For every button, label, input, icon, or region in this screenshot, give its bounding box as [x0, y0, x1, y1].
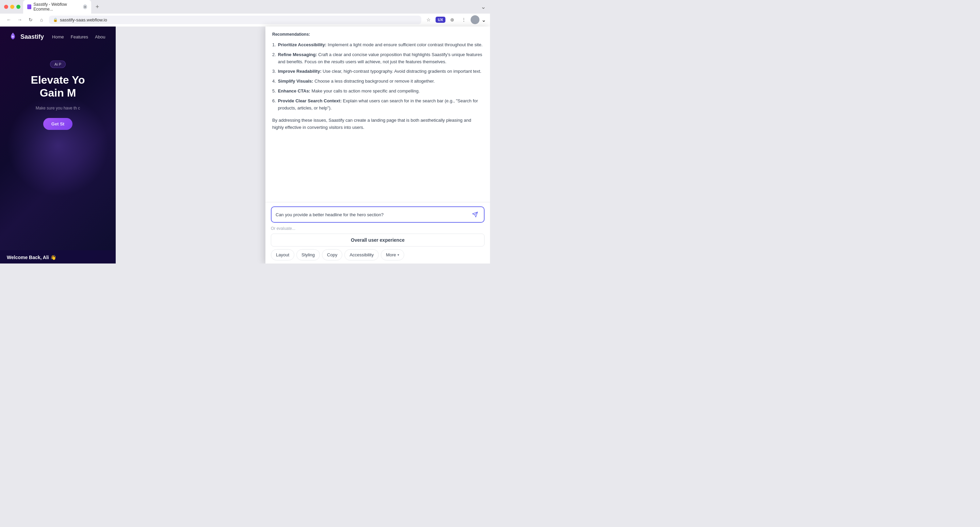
- recommendation-2: 2. Refine Messaging: Craft a clear and c…: [272, 50, 483, 67]
- logo-text: Saastify: [21, 33, 44, 40]
- tab-title: Sasstify - Webflow Ecomme...: [33, 2, 81, 11]
- welcome-bar: Welcome Back, Ali 👋: [0, 250, 116, 264]
- rec-5-bold: Enhance CTAs:: [278, 88, 310, 94]
- tab-bar: Sasstify - Webflow Ecomme... ✕ +: [23, 0, 478, 14]
- address-bar[interactable]: 🔒 sasstify-saas.webflow.io: [49, 16, 421, 24]
- ai-panel: Recommendations: 1. Prioritize Accessibi…: [266, 27, 490, 264]
- rec-3-bold: Improve Readability:: [278, 69, 321, 74]
- site-logo: Saastify: [8, 32, 44, 41]
- chat-input-wrapper[interactable]: [271, 206, 485, 223]
- rec-2-bold: Refine Messaging:: [278, 52, 317, 57]
- recommendations-list: 1. Prioritize Accessibility: Implement a…: [272, 40, 483, 113]
- panel-content: Recommendations: 1. Prioritize Accessibi…: [266, 27, 490, 202]
- profile-dropdown[interactable]: ⌄: [482, 17, 486, 23]
- nav-features[interactable]: Features: [71, 34, 88, 40]
- or-evaluate-label: Or evaluate...: [271, 226, 485, 231]
- recommendation-4: 4. Simplify Visuals: Choose a less distr…: [272, 76, 483, 86]
- layout-button[interactable]: Layout: [271, 249, 294, 260]
- website-nav: Saastify Home Features Abou: [0, 27, 116, 47]
- extension-button[interactable]: ⊕: [447, 15, 457, 24]
- active-tab[interactable]: Sasstify - Webflow Ecomme... ✕: [23, 0, 91, 14]
- window-controls[interactable]: ⌄: [481, 3, 486, 11]
- recommendation-6: 6. Provide Clear Search Context: Explain…: [272, 96, 483, 113]
- hero-badge: Ai P: [50, 60, 66, 68]
- hero-title-line2: Gain M: [40, 87, 76, 99]
- more-label: More: [386, 252, 396, 257]
- close-button[interactable]: [4, 5, 8, 9]
- address-bar-row: ← → ↻ ⌂ 🔒 sasstify-saas.webflow.io ☆ UX …: [0, 14, 490, 27]
- browser-chrome: Sasstify - Webflow Ecomme... ✕ + ⌄ ← → ↻…: [0, 0, 490, 27]
- logo-icon: [8, 32, 18, 41]
- recommendation-3: 3. Improve Readability: Use clear, high-…: [272, 67, 483, 76]
- svg-point-0: [12, 36, 14, 38]
- rec-1-text: Implement a light mode and ensure suffic…: [328, 42, 482, 47]
- nav-about[interactable]: Abou: [95, 34, 105, 40]
- more-button[interactable]: More ▾: [381, 249, 404, 260]
- lock-icon: 🔒: [53, 17, 58, 22]
- copy-button[interactable]: Copy: [322, 249, 342, 260]
- recommendations-header: Recommendations:: [272, 32, 483, 37]
- panel-input-area: Or evaluate... Overall user experience L…: [266, 202, 490, 264]
- avatar[interactable]: [471, 15, 479, 24]
- bookmark-button[interactable]: ☆: [424, 15, 434, 24]
- rec-4-text: Choose a less distracting background or …: [314, 79, 434, 84]
- styling-button[interactable]: Styling: [296, 249, 320, 260]
- url-text: sasstify-saas.webflow.io: [60, 17, 107, 22]
- nav-links: Home Features Abou: [52, 34, 105, 40]
- forward-button[interactable]: →: [15, 15, 24, 24]
- hero-title: Elevate Yo Gain M: [8, 73, 108, 100]
- titlebar: Sasstify - Webflow Ecomme... ✕ + ⌄: [0, 0, 490, 14]
- summary-text: By addressing these issues, Saastify can…: [272, 117, 483, 131]
- website-background: Saastify Home Features Abou Ai P Elevate…: [0, 27, 116, 264]
- chat-input[interactable]: [275, 212, 468, 217]
- traffic-lights: [4, 5, 21, 9]
- nav-home[interactable]: Home: [52, 34, 64, 40]
- minimize-button[interactable]: [10, 5, 14, 9]
- rec-3-text: Use clear, high-contrast typography. Avo…: [323, 69, 481, 74]
- recommendation-1: 1. Prioritize Accessibility: Implement a…: [272, 40, 483, 50]
- tab-favicon: [27, 5, 31, 9]
- rec-6-bold: Provide Clear Search Context:: [278, 98, 342, 103]
- quick-buttons: Layout Styling Copy Accessibility More ▾: [271, 249, 485, 260]
- maximize-button[interactable]: [16, 5, 21, 9]
- refresh-button[interactable]: ↻: [26, 15, 35, 24]
- rec-4-bold: Simplify Visuals:: [278, 79, 313, 84]
- new-tab-button[interactable]: +: [92, 2, 102, 11]
- main-content: Saastify Home Features Abou Ai P Elevate…: [0, 27, 490, 264]
- recommendation-5: 5. Enhance CTAs: Make your calls to acti…: [272, 86, 483, 96]
- hero-title-line1: Elevate Yo: [31, 74, 85, 86]
- menu-button[interactable]: ⋮: [459, 15, 469, 24]
- back-button[interactable]: ←: [4, 15, 14, 24]
- hero-cta-button[interactable]: Get St: [43, 118, 73, 130]
- tab-close-button[interactable]: ✕: [83, 5, 87, 9]
- website-hero: Ai P Elevate Yo Gain M Make sure you hav…: [0, 47, 116, 137]
- nav-buttons: ← → ↻ ⌂: [4, 15, 46, 24]
- rec-1-bold: Prioritize Accessibility:: [278, 42, 327, 47]
- send-button[interactable]: [470, 210, 480, 219]
- overall-ux-button[interactable]: Overall user experience: [271, 233, 485, 246]
- rec-5-text: Make your calls to action more specific …: [312, 88, 420, 94]
- chevron-down-icon: ▾: [398, 253, 399, 257]
- hero-subtitle: Make sure you have th c: [8, 105, 108, 111]
- accessibility-button[interactable]: Accessibility: [344, 249, 379, 260]
- browser-actions: ☆ UX ⊕ ⋮ ⌄: [424, 15, 486, 24]
- ux-extension-badge[interactable]: UX: [436, 17, 445, 23]
- welcome-text: Welcome Back, Ali 👋: [7, 255, 56, 260]
- home-button[interactable]: ⌂: [37, 15, 46, 24]
